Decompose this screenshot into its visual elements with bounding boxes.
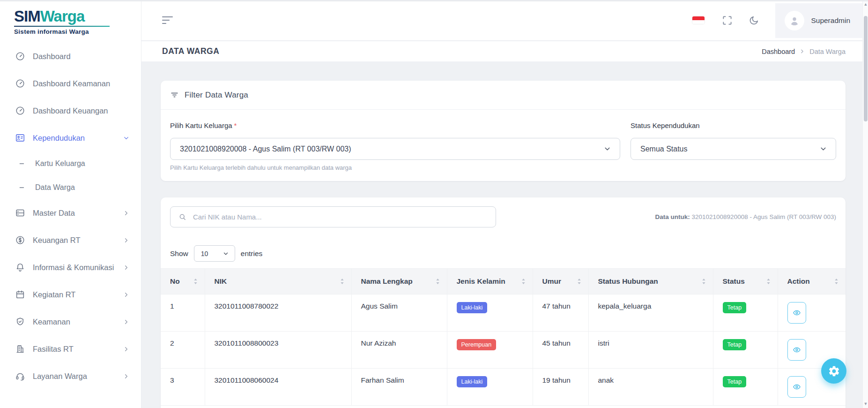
cell-status-hubungan: anak [588, 369, 713, 406]
sidebar-item-kegiatan-rt[interactable]: Kegiatan RT [0, 281, 141, 308]
chevron-right-icon [123, 291, 130, 298]
gender-badge: Laki-laki [457, 376, 488, 387]
cell-jenis-kelamin: Perempuan [447, 332, 533, 369]
sidebar-item-keuangan-rt[interactable]: Keuangan RT [0, 227, 141, 254]
column-header-jenis-kelamin[interactable]: Jenis Kelamin [447, 269, 533, 295]
page-title-bar: DATA WARGA Dashboard Data Warga [141, 41, 868, 61]
show-label: Show [170, 249, 188, 258]
sidebar-item-fasilitas-rt[interactable]: Fasilitas RT [0, 335, 141, 363]
filter-card-body: Pilih Kartu Keluarga* 3201021008920008 -… [161, 110, 846, 181]
sort-icon [435, 278, 440, 285]
search-input[interactable] [192, 212, 489, 221]
funnel-icon [170, 91, 179, 99]
chevron-down-icon [123, 135, 130, 142]
sidebar-item-label: Kartu Keluarga [35, 159, 130, 168]
sidebar-item-kartu-keluarga[interactable]: Kartu Keluarga [0, 151, 141, 175]
sort-icon [766, 278, 771, 285]
page-size-select[interactable]: 10 [194, 245, 235, 262]
cell-status-hubungan: istri [588, 332, 713, 369]
scrollbar-thumb[interactable] [864, 16, 868, 121]
sidebar-item-label: Keamanan [33, 317, 123, 326]
status-select-value: Semua Status [640, 145, 688, 153]
chevron-right-icon [123, 373, 130, 380]
sort-icon [577, 278, 582, 285]
page-title: DATA WARGA [162, 46, 219, 56]
sidebar-item-master-data[interactable]: Master Data [0, 199, 141, 227]
logo-text: SIMWarga [14, 8, 141, 25]
column-label: Action [787, 277, 810, 286]
column-header-action[interactable]: Action [778, 269, 846, 295]
sidebar-item-dashboard[interactable]: Dashboard [0, 43, 141, 70]
breadcrumb-current: Data Warga [809, 48, 846, 55]
kk-label: Pilih Kartu Keluarga* [170, 121, 620, 129]
sidebar-item-kependudukan[interactable]: Kependudukan [0, 124, 141, 151]
chevron-down-icon [603, 145, 611, 153]
sidebar-item-label: Dashboard Keamanan [33, 79, 130, 88]
entries-control: Show 10 entries [161, 245, 846, 262]
sidebar-item-label: Keuangan RT [33, 236, 123, 245]
sidebar-item-data-warga[interactable]: Data Warga [0, 175, 141, 199]
hamburger-icon[interactable] [162, 14, 173, 26]
status-select[interactable]: Semua Status [631, 138, 836, 160]
cell-nama: Farhan Salim [351, 369, 447, 406]
sidebar-nav: DashboardDashboard KeamananDashboard Keu… [0, 43, 141, 390]
sidebar-item-keamanan[interactable]: Keamanan [0, 308, 141, 335]
calendar-icon [15, 289, 25, 300]
table-header-row: NoNIKNama LengkapJenis KelaminUmurStatus… [161, 269, 846, 295]
breadcrumb-dashboard[interactable]: Dashboard [762, 48, 795, 55]
filter-card-header: Filter Data Warga [161, 81, 846, 110]
column-header-no[interactable]: No [161, 269, 205, 295]
moon-icon[interactable] [749, 15, 759, 26]
cell-status: Tetap [713, 332, 778, 369]
cell-status: Tetap [713, 369, 778, 406]
building-icon [15, 344, 25, 354]
kk-helper-text: Pilih Kartu Keluarga terlebih dahulu unt… [170, 164, 620, 171]
column-header-nik[interactable]: NIK [205, 269, 351, 295]
column-label: Status Hubungan [598, 277, 658, 286]
column-header-umur[interactable]: Umur [533, 269, 588, 295]
column-header-status-hubungan[interactable]: Status Hubungan [588, 269, 713, 295]
sidebar-item-dashboard-keamanan[interactable]: Dashboard Keamanan [0, 70, 141, 97]
fullscreen-icon[interactable] [722, 15, 733, 26]
view-detail-button[interactable] [787, 339, 806, 361]
cell-nik: 3201011008780022 [205, 295, 351, 332]
cell-jenis-kelamin: Laki-laki [447, 295, 533, 332]
kk-select-value: 3201021008920008 - Agus Salim (RT 003/RW… [180, 145, 351, 153]
chevron-right-icon [123, 210, 130, 217]
flag-indonesia-icon[interactable] [692, 16, 705, 24]
column-label: Umur [542, 277, 561, 286]
cell-no: 1 [161, 295, 205, 332]
data-for-text: Data untuk: 3201021008920008 - Agus Sali… [655, 213, 836, 220]
app-logo[interactable]: SIMWarga Sistem informasi Warga [0, 0, 141, 35]
view-detail-button[interactable] [787, 302, 806, 324]
column-header-nama-lengkap[interactable]: Nama Lengkap [351, 269, 447, 295]
sidebar: SIMWarga Sistem informasi Warga Dashboar… [0, 0, 141, 408]
view-detail-button[interactable] [787, 376, 806, 398]
dash-icon [19, 159, 25, 169]
gauge-icon [15, 51, 25, 61]
headset-icon [15, 371, 25, 381]
person-icon [788, 15, 801, 27]
sort-icon [193, 278, 198, 285]
cell-jenis-kelamin: Laki-laki [447, 369, 533, 406]
user-menu[interactable]: Superadmin [775, 3, 862, 38]
gender-badge: Perempuan [457, 339, 497, 350]
chevron-right-icon [123, 237, 130, 244]
sidebar-item-label: Master Data [33, 209, 123, 218]
sidebar-item-layanan-warga[interactable]: Layanan Warga [0, 363, 141, 390]
scroll-up-arrow[interactable]: ▲ [863, 1, 868, 8]
scroll-down-arrow[interactable]: ▼ [863, 400, 868, 407]
sidebar-item-label: Kegiatan RT [33, 290, 123, 299]
cell-status: Tetap [713, 295, 778, 332]
sidebar-item-label: Dashboard [33, 52, 130, 61]
top-divider [0, 0, 868, 1]
table-toolbar: Data untuk: 3201021008920008 - Agus Sali… [161, 206, 846, 227]
settings-fab[interactable] [821, 358, 846, 384]
column-header-status[interactable]: Status [713, 269, 778, 295]
logo-text-secondary: Warga [40, 8, 85, 25]
required-mark: * [234, 121, 237, 129]
sidebar-item-informasi-and-komunikasi[interactable]: Informasi & Komunikasi [0, 254, 141, 281]
kk-select[interactable]: 3201021008920008 - Agus Salim (RT 003/RW… [170, 138, 620, 160]
sidebar-item-dashboard-keuangan[interactable]: Dashboard Keuangan [0, 97, 141, 124]
cell-no: 3 [161, 369, 205, 406]
